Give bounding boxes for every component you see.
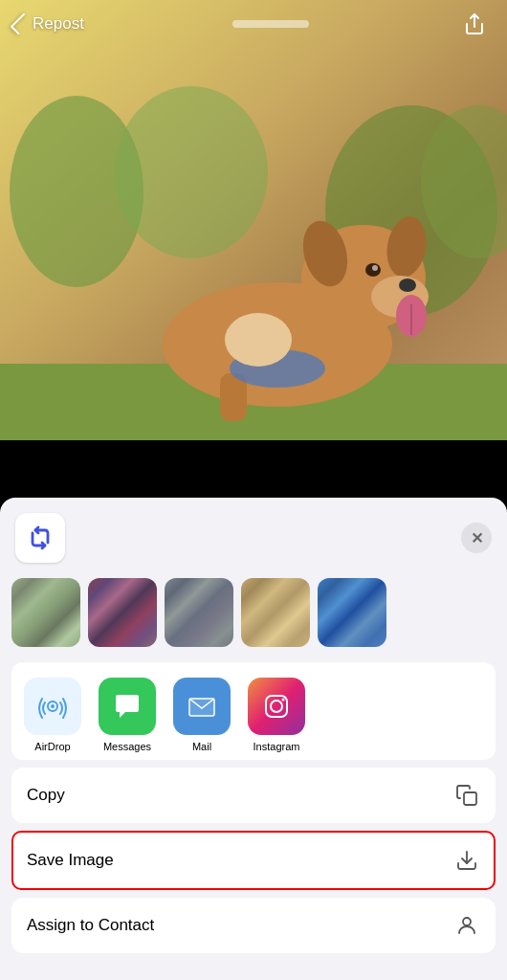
upload-icon bbox=[463, 12, 486, 35]
copy-label: Copy bbox=[27, 786, 65, 805]
assign-contact-list: Assign to Contact bbox=[11, 898, 496, 953]
chevron-left-icon bbox=[11, 13, 33, 35]
save-image-container: Save Image bbox=[11, 831, 496, 890]
back-label: Repost bbox=[33, 14, 84, 33]
copy-action[interactable]: Copy bbox=[11, 768, 496, 823]
copy-icon bbox=[453, 782, 480, 809]
svg-point-22 bbox=[51, 704, 55, 708]
assign-contact-label: Assign to Contact bbox=[27, 916, 154, 935]
share-item-messages[interactable]: Messages bbox=[98, 678, 157, 752]
svg-point-27 bbox=[282, 699, 285, 702]
close-icon: ✕ bbox=[471, 529, 483, 547]
share-item-airdrop[interactable]: AirDrop bbox=[23, 678, 82, 752]
share-item-mail[interactable]: Mail bbox=[172, 678, 231, 752]
sheet-header: ✕ bbox=[0, 498, 507, 574]
share-actions-row: AirDrop Messages Mail bbox=[11, 662, 496, 760]
airdrop-label: AirDrop bbox=[34, 741, 70, 752]
app-thumbnail-3[interactable] bbox=[165, 578, 233, 647]
instagram-label: Instagram bbox=[254, 741, 300, 752]
mail-icon bbox=[185, 689, 219, 724]
svg-point-15 bbox=[372, 265, 378, 271]
photo-area: Repost bbox=[0, 0, 507, 440]
share-item-instagram[interactable]: Instagram bbox=[247, 678, 306, 752]
messages-label: Messages bbox=[103, 741, 151, 752]
bottom-sheet: ✕ AirDrop bbox=[0, 498, 507, 980]
save-icon bbox=[453, 847, 480, 874]
app-thumbnail-4[interactable] bbox=[241, 578, 310, 647]
back-button[interactable]: Repost bbox=[15, 14, 84, 33]
instagram-icon-box bbox=[248, 678, 305, 735]
repost-icon-box bbox=[15, 513, 65, 563]
save-image-action[interactable]: Save Image bbox=[13, 833, 494, 888]
messages-icon-box bbox=[99, 678, 156, 735]
top-nav: Repost bbox=[0, 0, 507, 48]
airdrop-icon-box bbox=[24, 678, 81, 735]
app-thumbnail-1[interactable] bbox=[11, 578, 80, 647]
apps-thumbnails-row bbox=[0, 574, 507, 655]
save-image-label: Save Image bbox=[27, 851, 114, 870]
app-thumbnail-5[interactable] bbox=[318, 578, 386, 647]
mail-label: Mail bbox=[192, 741, 211, 752]
airdrop-icon bbox=[35, 689, 70, 724]
person-icon bbox=[453, 912, 480, 939]
svg-point-3 bbox=[115, 86, 268, 258]
action-list: Copy bbox=[11, 768, 496, 823]
svg-point-20 bbox=[225, 313, 292, 367]
dog-photo-svg bbox=[0, 0, 507, 440]
messages-icon bbox=[110, 689, 144, 724]
close-button[interactable]: ✕ bbox=[461, 523, 492, 553]
upload-button[interactable] bbox=[457, 7, 492, 41]
mail-icon-box bbox=[173, 678, 231, 735]
svg-rect-28 bbox=[464, 792, 476, 805]
svg-point-26 bbox=[271, 701, 282, 712]
app-thumbnail-2[interactable] bbox=[88, 578, 157, 647]
instagram-icon bbox=[259, 689, 294, 724]
username-blur bbox=[232, 20, 309, 28]
assign-contact-action[interactable]: Assign to Contact bbox=[11, 898, 496, 953]
svg-point-13 bbox=[399, 278, 416, 292]
repost-icon bbox=[26, 523, 55, 552]
svg-point-30 bbox=[463, 918, 471, 925]
